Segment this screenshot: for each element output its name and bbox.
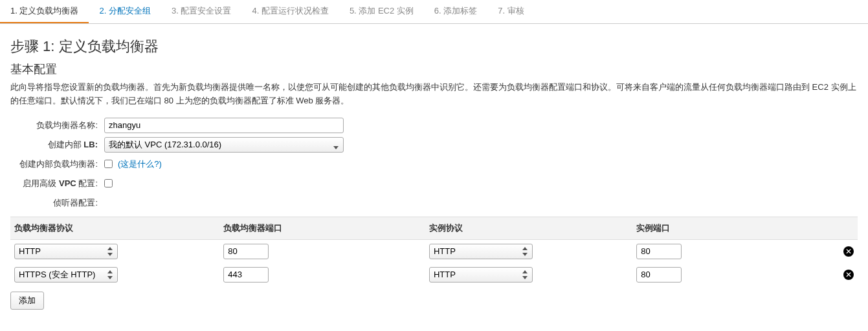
remove-listener-icon[interactable]: ✕ [843, 246, 854, 257]
lb-name-input[interactable] [104, 118, 344, 133]
listener-config-label: 侦听器配置: [10, 197, 104, 209]
vpc-select[interactable]: 我的默认 VPC (172.31.0.0/16) [104, 137, 344, 153]
adv-vpc-checkbox[interactable] [104, 179, 113, 187]
instance-protocol-select[interactable]: HTTP [429, 244, 533, 259]
listener-row: HTTPS (安全 HTTP)HTTP✕ [10, 263, 858, 286]
wizard-step-2[interactable]: 2. 分配安全组 [89, 0, 161, 23]
listener-rows: HTTPHTTP✕HTTPS (安全 HTTP)HTTP✕ [10, 239, 858, 286]
wizard-step-4[interactable]: 4. 配置运行状况检查 [241, 0, 339, 23]
wizard-steps: 1. 定义负载均衡器2. 分配安全组3. 配置安全设置4. 配置运行状况检查5.… [0, 0, 868, 24]
internal-lb-label: 创建内部负载均衡器: [10, 158, 104, 170]
listener-table: 负载均衡器协议 负载均衡器端口 实例协议 实例端口 HTTPHTTP✕HTTPS… [10, 217, 858, 286]
col-lb-port: 负载均衡器端口 [219, 217, 425, 239]
basic-config-form: 负载均衡器名称: 创建内部 LB: 我的默认 VPC (172.31.0.0/1… [10, 117, 858, 211]
lb-port-input[interactable] [223, 267, 269, 283]
wizard-step-5[interactable]: 5. 添加 EC2 实例 [339, 0, 424, 23]
col-lb-protocol: 负载均衡器协议 [10, 217, 219, 239]
instance-protocol-select[interactable]: HTTP [429, 267, 533, 283]
lb-port-input[interactable] [223, 244, 269, 259]
lb-protocol-select[interactable]: HTTPS (安全 HTTP) [14, 267, 118, 283]
remove-listener-icon[interactable]: ✕ [843, 270, 854, 280]
instance-port-input[interactable] [636, 244, 682, 259]
lb-name-label: 负载均衡器名称: [10, 120, 104, 131]
wizard-step-7[interactable]: 7. 审核 [487, 0, 534, 23]
create-in-label: 创建内部 LB: [10, 139, 104, 151]
internal-lb-help-link[interactable]: (这是什么?) [118, 158, 162, 170]
listener-row: HTTPHTTP✕ [10, 239, 858, 263]
add-listener-button[interactable]: 添加 [10, 292, 44, 310]
col-inst-port: 实例端口 [632, 217, 838, 239]
instance-port-input[interactable] [636, 267, 682, 283]
page-description: 此向导将指导您设置新的负载均衡器。首先为新负载均衡器提供唯一名称，以使您可从可能… [10, 81, 858, 108]
lb-protocol-select[interactable]: HTTP [14, 244, 118, 259]
col-inst-protocol: 实例协议 [425, 217, 632, 239]
adv-vpc-label: 启用高级 VPC 配置: [10, 178, 104, 189]
wizard-step-1[interactable]: 1. 定义负载均衡器 [0, 0, 89, 23]
section-title: 基本配置 [10, 61, 858, 77]
internal-lb-checkbox[interactable] [104, 160, 113, 168]
wizard-step-3[interactable]: 3. 配置安全设置 [161, 0, 241, 23]
page-title: 步骤 1: 定义负载均衡器 [10, 37, 858, 56]
wizard-step-6[interactable]: 6. 添加标签 [424, 0, 487, 23]
